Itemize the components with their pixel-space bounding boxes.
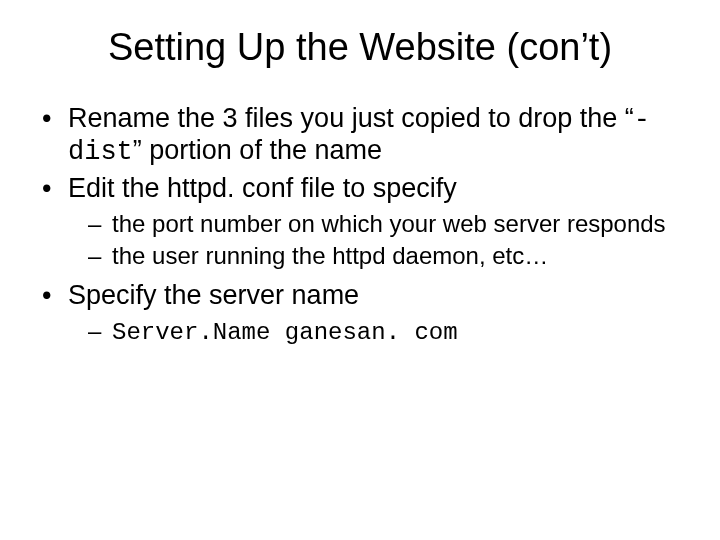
bullet-text: the user running the httpd daemon, etc… <box>112 242 548 269</box>
sub-bullet-item: Server.Name ganesan. com <box>88 317 692 347</box>
code-text: Server.Name ganesan. com <box>112 319 458 346</box>
bullet-text: Edit the httpd. conf file to specify <box>68 173 457 203</box>
bullet-item: Specify the server name Server.Name gane… <box>42 280 692 347</box>
bullet-text: ” portion of the name <box>133 135 382 165</box>
bullet-text: the port number on which your web server… <box>112 210 666 237</box>
bullet-item: Rename the 3 files you just copied to dr… <box>42 103 692 167</box>
bullet-text: Rename the 3 files you just copied to dr… <box>68 103 634 133</box>
bullet-text: Specify the server name <box>68 280 359 310</box>
bullet-list: Rename the 3 files you just copied to dr… <box>42 103 692 347</box>
sub-bullet-item: the port number on which your web server… <box>88 210 692 238</box>
slide: Setting Up the Website (con’t) Rename th… <box>0 0 720 540</box>
bullet-item: Edit the httpd. conf file to specify the… <box>42 173 692 270</box>
sub-bullet-item: the user running the httpd daemon, etc… <box>88 242 692 270</box>
sub-bullet-list: Server.Name ganesan. com <box>88 317 692 347</box>
slide-title: Setting Up the Website (con’t) <box>28 26 692 69</box>
sub-bullet-list: the port number on which your web server… <box>88 210 692 271</box>
